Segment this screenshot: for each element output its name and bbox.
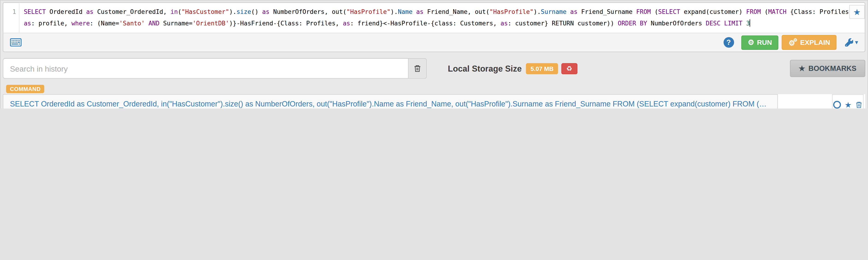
- code-token: ).: [391, 8, 398, 16]
- code-token-k: where: [71, 20, 90, 27]
- code-token-k: SELECT: [658, 8, 680, 16]
- code-token: ).: [229, 8, 237, 16]
- delete-history-button[interactable]: [856, 101, 863, 109]
- editor-gutter: 1: [3, 3, 20, 33]
- settings-dropdown-button[interactable]: ▾: [845, 38, 858, 47]
- local-storage-size-badge: 5.07 MB: [526, 63, 558, 74]
- code-token-n: 3: [746, 20, 750, 27]
- code-token-k: LIMIT: [724, 20, 743, 27]
- clear-history-button[interactable]: [408, 58, 427, 79]
- explain-button[interactable]: ⚙⚙ EXPLAIN: [782, 35, 837, 50]
- command-type-badge: COMMAND: [6, 85, 44, 93]
- line-number: 1: [12, 8, 16, 16]
- code-token-k: MATCH: [768, 8, 786, 16]
- code-token-k: as: [86, 8, 93, 16]
- text-cursor: [750, 20, 750, 27]
- code-token-k: as: [24, 20, 31, 27]
- bookmark-query-button[interactable]: ★: [849, 5, 865, 19]
- history-item: SELECT OrderedId as Customer_OrderedId, …: [3, 94, 865, 109]
- trash-icon: [856, 101, 863, 109]
- code-token-k: in: [170, 8, 178, 16]
- code-token-s: 'Santo': [119, 20, 145, 27]
- code-token: (: [651, 8, 658, 16]
- bookmarks-button[interactable]: ★ BOOKMARKS: [790, 60, 865, 77]
- code-token-k: FROM: [636, 8, 651, 16]
- code-token: : friend}<-HasProfile-{class: Customers,: [350, 20, 500, 27]
- history-query-link[interactable]: SELECT OrderedId as Customer_OrderedId, …: [3, 94, 778, 109]
- chevron-down-icon: ▾: [855, 39, 858, 46]
- code-token: {Class: Profiles,: [786, 8, 852, 16]
- question-mark-icon: ?: [726, 38, 731, 47]
- code-token: expand(customer): [680, 8, 746, 16]
- code-token-k: as: [262, 8, 270, 16]
- editor-toolbar: ? ⚙ RUN ⚙⚙ EXPLAIN ▾: [3, 33, 865, 52]
- gear-icon: ⚙: [748, 39, 754, 46]
- star-icon: ★: [853, 7, 861, 17]
- code-token-k: as: [500, 20, 508, 27]
- circle-icon: [833, 101, 841, 109]
- code-token: : customer} RETURN customer)): [508, 20, 618, 27]
- code-token-b: size: [237, 8, 251, 16]
- code-token: [743, 20, 746, 27]
- star-icon: ★: [799, 64, 805, 73]
- run-label: RUN: [757, 38, 772, 47]
- code-token: [566, 8, 570, 16]
- code-token: Friend_Name, out(: [424, 8, 490, 16]
- code-token-b: Name: [398, 8, 413, 16]
- code-token-k: ORDER BY: [618, 20, 647, 27]
- code-token: Customer_OrderedId,: [93, 8, 170, 16]
- code-token-k: as: [570, 8, 578, 16]
- code-token: (: [761, 8, 768, 16]
- star-icon: ★: [845, 101, 851, 109]
- code-token-s: "HasProfile": [490, 8, 533, 16]
- run-button[interactable]: ⚙ RUN: [741, 35, 779, 50]
- keyboard-icon: [10, 38, 22, 47]
- code-token: ).: [533, 8, 541, 16]
- rerun-query-button[interactable]: [833, 101, 841, 109]
- help-button[interactable]: ?: [723, 37, 734, 48]
- code-token-k: as: [416, 8, 424, 16]
- search-input-group: [3, 58, 427, 79]
- bookmark-history-button[interactable]: ★: [845, 101, 851, 109]
- history-item-actions: ★: [832, 94, 864, 109]
- search-history-input[interactable]: [3, 58, 408, 79]
- code-token: OrderedId: [46, 8, 86, 16]
- code-token: NumberOfOrders, out(: [270, 8, 346, 16]
- sql-code[interactable]: SELECT OrderedId as Customer_OrderedId, …: [20, 3, 865, 33]
- code-token-s: 'OrientDB': [192, 20, 229, 27]
- code-token: Friend_Surname: [578, 8, 636, 16]
- history-search-bar: Local Storage Size 5.07 MB ♻ ★ BOOKMARKS: [3, 58, 865, 79]
- query-editor-panel: 1 SELECT OrderedId as Customer_OrderedId…: [3, 2, 865, 52]
- wrench-icon: [845, 38, 854, 47]
- keyboard-shortcuts-button[interactable]: [10, 38, 22, 47]
- code-token-k: SELECT: [24, 8, 46, 16]
- recycle-icon: ♻: [566, 65, 572, 73]
- code-token: [145, 20, 149, 27]
- code-token-k: AND: [149, 20, 160, 27]
- bookmarks-label: BOOKMARKS: [808, 64, 857, 73]
- clear-local-storage-button[interactable]: ♻: [561, 63, 577, 74]
- code-token: (): [251, 8, 262, 16]
- code-token: : profile,: [31, 20, 71, 27]
- code-token-k: FROM: [746, 8, 761, 16]
- code-token: : (Name=: [90, 20, 119, 27]
- code-token-s: "HasProfile": [346, 8, 391, 16]
- code-token-k: as: [343, 20, 350, 27]
- code-token: Surname=: [159, 20, 192, 27]
- code-token: NumberOfOrders: [647, 20, 706, 27]
- gears-icon: ⚙⚙: [789, 38, 798, 47]
- code-token-b: Surname: [541, 8, 566, 16]
- local-storage-label: Local Storage Size: [448, 64, 522, 73]
- orientdb-studio-browse-page: 1 SELECT OrderedId as Customer_OrderedId…: [0, 0, 868, 109]
- code-token: [412, 8, 416, 16]
- code-token-k: DESC: [706, 20, 721, 27]
- code-token: )}-HasFriend-{Class: Profiles,: [229, 20, 343, 27]
- trash-icon: [413, 64, 422, 73]
- code-editor[interactable]: 1 SELECT OrderedId as Customer_OrderedId…: [3, 3, 865, 33]
- code-token: [720, 20, 724, 27]
- code-token-s: "HasCustomer": [182, 8, 229, 16]
- explain-label: EXPLAIN: [800, 38, 830, 47]
- code-token: (: [178, 8, 182, 16]
